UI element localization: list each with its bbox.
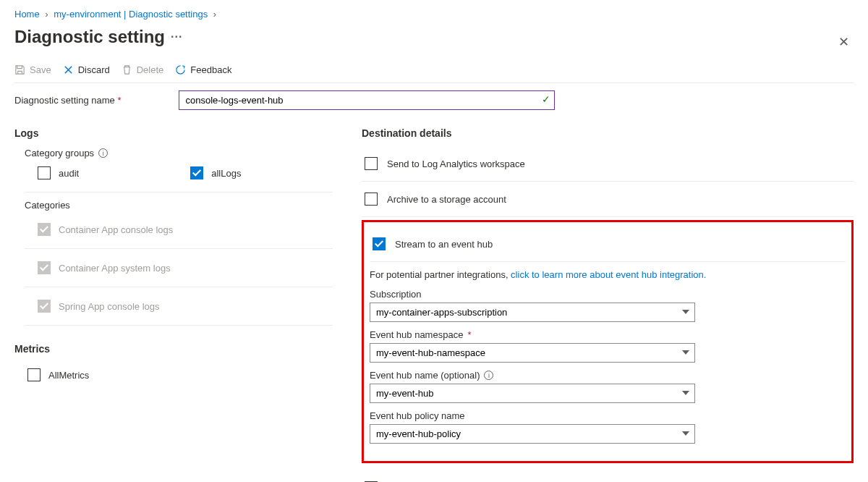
alllogs-checkbox[interactable] (190, 166, 203, 179)
audit-label: audit (59, 168, 79, 179)
dest-storage-checkbox[interactable] (365, 193, 378, 206)
eventhub-highlight: Stream to an event hub For potential par… (362, 220, 854, 463)
dest-eventhub-checkbox[interactable] (373, 237, 386, 250)
feedback-icon (175, 64, 186, 75)
destination-heading: Destination details (362, 127, 854, 139)
hubname-select[interactable]: my-event-hub (370, 384, 695, 403)
dest-law-row[interactable]: Send to Log Analytics workspace (362, 152, 854, 175)
setting-name-input[interactable] (179, 90, 555, 110)
breadcrumb-home[interactable]: Home (14, 9, 40, 20)
cat-system-logs: Container App system logs (14, 255, 333, 281)
logs-heading: Logs (14, 127, 333, 139)
alllogs-checkbox-row[interactable]: allLogs (187, 164, 241, 182)
subscription-select[interactable]: my-container-apps-subscription (370, 303, 695, 322)
more-icon[interactable]: ··· (171, 30, 182, 43)
dest-storage-row[interactable]: Archive to a storage account (362, 187, 854, 211)
allmetrics-label: AllMetrics (48, 370, 89, 381)
dest-partner-row[interactable]: Send to partner solution (362, 476, 854, 482)
eventhub-note: For potential partner integrations, clic… (370, 269, 846, 280)
namespace-select[interactable]: my-event-hub-namespace (370, 343, 695, 363)
cat-console-checkbox (38, 223, 51, 236)
setting-name-label: Diagnostic setting name * (14, 95, 121, 106)
chevron-right-icon: › (213, 9, 216, 20)
cat-system-checkbox (38, 261, 51, 274)
hubname-label: Event hub name (optional) i (370, 370, 846, 381)
dest-eventhub-row[interactable]: Stream to an event hub (370, 232, 846, 255)
save-icon (14, 64, 25, 75)
close-icon (63, 64, 74, 75)
info-icon[interactable]: i (98, 148, 108, 158)
valid-check-icon: ✓ (542, 93, 550, 105)
dest-law-checkbox[interactable] (365, 157, 378, 170)
categories-label: Categories (14, 198, 333, 216)
delete-button[interactable]: Delete (122, 64, 164, 75)
allmetrics-checkbox[interactable] (27, 368, 41, 381)
subscription-label: Subscription (370, 289, 846, 300)
alllogs-label: allLogs (211, 168, 241, 179)
audit-checkbox[interactable] (38, 166, 51, 179)
discard-button[interactable]: Discard (63, 64, 110, 75)
policy-select[interactable]: my-event-hub-policy (370, 424, 695, 444)
trash-icon (122, 64, 132, 75)
chevron-right-icon: › (45, 9, 48, 20)
namespace-label: Event hub namespace * (370, 329, 846, 340)
breadcrumb: Home › my-environment | Diagnostic setti… (14, 9, 854, 20)
feedback-button[interactable]: Feedback (175, 64, 231, 75)
toolbar: Save Discard Delete Feedback (14, 60, 854, 83)
breadcrumb-env[interactable]: my-environment | Diagnostic settings (54, 9, 208, 20)
category-groups-label: Category groups i (14, 146, 333, 164)
save-button[interactable]: Save (14, 64, 51, 75)
audit-checkbox-row[interactable]: audit (35, 164, 79, 182)
page-title: Diagnostic setting ··· (14, 27, 182, 47)
cat-console-logs: Container App console logs (14, 216, 333, 242)
policy-label: Event hub policy name (370, 410, 846, 421)
cat-spring-logs: Spring App console logs (14, 293, 333, 319)
close-button[interactable]: ✕ (834, 30, 854, 54)
info-icon[interactable]: i (484, 371, 493, 380)
allmetrics-row[interactable]: AllMetrics (14, 362, 333, 388)
cat-spring-checkbox (38, 300, 51, 313)
eventhub-learn-link[interactable]: click to learn more about event hub inte… (511, 269, 706, 280)
metrics-heading: Metrics (14, 343, 333, 355)
